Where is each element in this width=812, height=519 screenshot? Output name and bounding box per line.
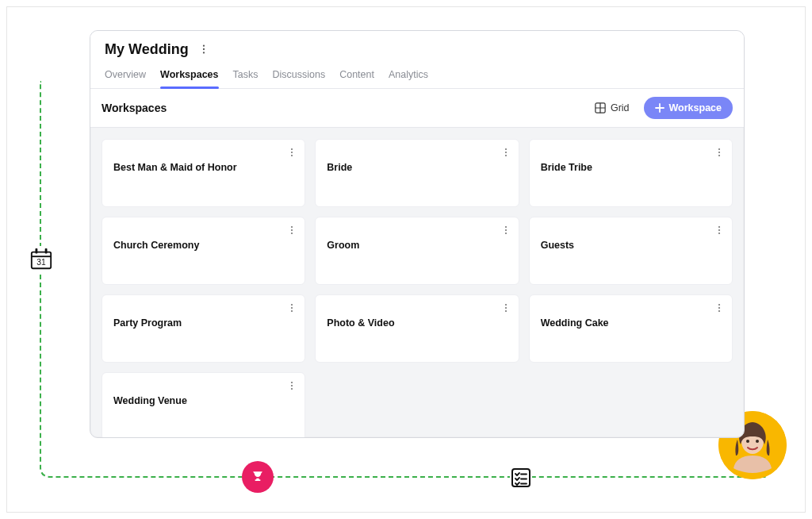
section-toolbar: Workspaces Grid Workspace: [90, 89, 744, 128]
svg-point-35: [505, 307, 507, 309]
app-header: My Wedding: [90, 31, 744, 63]
svg-point-14: [291, 152, 293, 153]
workspace-card[interactable]: Party Program: [102, 294, 305, 363]
workspace-card[interactable]: Best Man & Maid of Honor: [102, 139, 305, 207]
svg-point-21: [718, 155, 720, 156]
svg-point-41: [291, 385, 293, 386]
card-more-icon[interactable]: [498, 222, 514, 238]
view-grid-label: Grid: [611, 102, 630, 113]
app-window: My Wedding OverviewWorkspacesTasksDiscus…: [90, 30, 745, 438]
svg-point-11: [203, 52, 205, 53]
card-more-icon[interactable]: [711, 222, 727, 238]
svg-point-19: [718, 148, 720, 150]
card-more-icon[interactable]: [284, 378, 300, 394]
card-more-icon[interactable]: [711, 144, 727, 160]
svg-point-31: [291, 304, 293, 306]
svg-point-20: [718, 152, 720, 153]
svg-point-28: [718, 226, 720, 228]
add-workspace-button[interactable]: Workspace: [644, 97, 733, 119]
svg-point-32: [291, 307, 293, 309]
svg-point-42: [291, 388, 293, 390]
workspace-card[interactable]: Groom: [315, 217, 519, 285]
svg-point-9: [203, 44, 205, 46]
tabs-bar: OverviewWorkspacesTasksDiscussionsConten…: [90, 63, 744, 89]
svg-point-37: [718, 304, 720, 306]
card-more-icon[interactable]: [711, 300, 727, 316]
tab-content[interactable]: Content: [339, 63, 374, 88]
tab-tasks[interactable]: Tasks: [233, 63, 259, 88]
card-title: Bride Tribe: [541, 162, 721, 173]
card-more-icon[interactable]: [284, 144, 300, 160]
svg-point-36: [505, 310, 507, 312]
workspace-card[interactable]: Bride: [315, 139, 519, 207]
svg-point-18: [505, 155, 507, 156]
card-title: Wedding Venue: [113, 395, 293, 406]
tab-analytics[interactable]: Analytics: [389, 63, 428, 88]
add-workspace-label: Workspace: [669, 102, 722, 113]
view-grid-toggle[interactable]: Grid: [587, 98, 638, 117]
workspace-card[interactable]: Church Ceremony: [102, 217, 305, 285]
card-title: Wedding Cake: [541, 317, 721, 329]
workspaces-grid: Best Man & Maid of HonorBrideBride Tribe…: [90, 128, 744, 438]
workspace-card[interactable]: Guests: [529, 217, 733, 285]
svg-point-27: [505, 233, 507, 234]
svg-point-40: [291, 382, 293, 383]
card-title: Best Man & Maid of Honor: [113, 162, 293, 173]
svg-point-26: [505, 229, 507, 231]
workspace-card[interactable]: Wedding Cake: [529, 294, 733, 363]
card-more-icon[interactable]: [498, 144, 514, 160]
svg-point-34: [505, 304, 507, 306]
svg-point-39: [718, 310, 720, 312]
card-more-icon[interactable]: [498, 300, 514, 316]
svg-point-30: [718, 233, 720, 234]
svg-point-13: [291, 148, 293, 150]
svg-point-38: [718, 307, 720, 309]
svg-point-24: [291, 233, 293, 234]
svg-point-25: [505, 226, 507, 228]
svg-point-16: [505, 148, 507, 150]
checklist-icon: [510, 467, 532, 489]
tab-discussions[interactable]: Discussions: [272, 63, 325, 88]
svg-point-22: [291, 226, 293, 228]
svg-rect-2: [45, 248, 48, 254]
page-title: My Wedding: [105, 41, 189, 58]
card-title: Guests: [541, 240, 721, 251]
calendar-icon: 31: [29, 246, 54, 271]
card-more-icon[interactable]: [284, 222, 300, 238]
card-title: Church Ceremony: [113, 240, 293, 251]
svg-point-17: [505, 152, 507, 153]
card-title: Party Program: [113, 317, 293, 329]
tab-overview[interactable]: Overview: [105, 63, 146, 88]
page-more-icon[interactable]: [195, 40, 213, 58]
svg-point-29: [718, 229, 720, 231]
svg-point-33: [291, 310, 293, 312]
svg-rect-1: [36, 248, 38, 254]
svg-text:31: 31: [36, 258, 46, 267]
trophy-icon: [242, 461, 274, 493]
workspace-card[interactable]: Photo & Video: [315, 294, 519, 363]
svg-point-15: [291, 155, 293, 156]
card-more-icon[interactable]: [284, 300, 300, 316]
tab-workspaces[interactable]: Workspaces: [160, 63, 218, 88]
workspace-card[interactable]: Bride Tribe: [529, 139, 733, 207]
card-title: Bride: [327, 162, 507, 173]
svg-point-7: [746, 440, 749, 443]
svg-point-23: [291, 229, 293, 231]
card-title: Groom: [327, 240, 507, 251]
section-title: Workspaces: [102, 102, 167, 114]
svg-point-10: [203, 48, 205, 50]
card-title: Photo & Video: [327, 317, 507, 329]
workspace-card[interactable]: Wedding Venue: [102, 372, 305, 438]
svg-point-8: [756, 440, 759, 443]
